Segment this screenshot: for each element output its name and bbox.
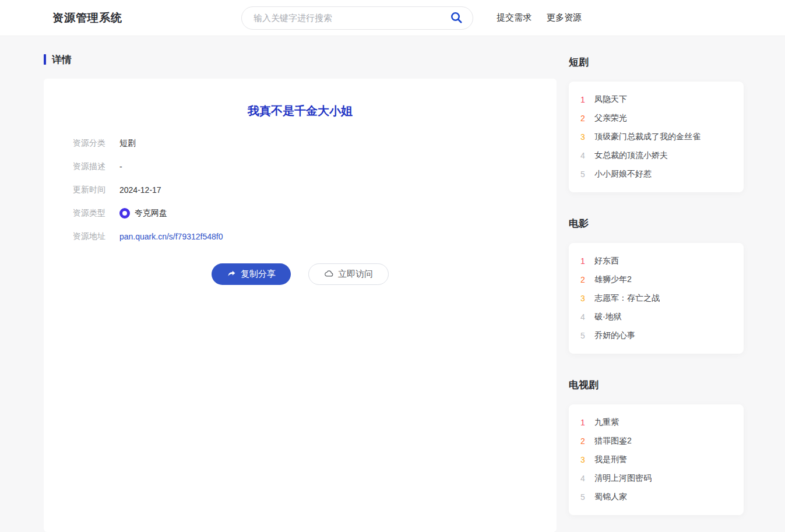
- resource-url-link[interactable]: pan.quark.cn/s/f79312f548f0: [119, 232, 223, 241]
- field-value: 夸克网盘: [119, 208, 167, 219]
- search-bar: [241, 6, 473, 30]
- detail-section-head: 详情: [44, 54, 557, 65]
- rank-list: 1 凤隐天下 2 父亲荣光 3 顶级豪门总裁成了我的金丝雀 4 女总裁的顶流小娇…: [580, 90, 732, 184]
- list-item[interactable]: 3 志愿军：存亡之战: [580, 289, 732, 308]
- copy-share-label: 复制分享: [241, 269, 276, 280]
- detail-field-row: 资源类型 夸克网盘: [73, 202, 527, 225]
- share-arrow-icon: [227, 269, 237, 280]
- top-header: 资源管理系统 提交需求 更多资源: [0, 0, 785, 36]
- rank-number: 1: [580, 418, 590, 427]
- field-label: 资源类型: [73, 208, 119, 219]
- rank-number: 3: [580, 455, 590, 464]
- list-item[interactable]: 4 女总裁的顶流小娇夫: [580, 146, 732, 165]
- field-value: 短剧: [119, 138, 136, 149]
- detail-field-row: 资源描述 -: [73, 155, 527, 178]
- rank-number: 2: [580, 114, 590, 123]
- resource-title: 我真不是千金大小姐: [73, 103, 527, 119]
- list-item[interactable]: 5 小小厨娘不好惹: [580, 165, 732, 184]
- rank-item-title: 父亲荣光: [594, 113, 627, 124]
- main-area: 详情 我真不是千金大小姐 资源分类 短剧 资源描述 - 更新时间 2024-12…: [0, 36, 785, 532]
- rank-number: 4: [580, 151, 590, 160]
- action-buttons: 复制分享 立即访问: [73, 263, 527, 285]
- header-nav: 提交需求 更多资源: [497, 12, 582, 23]
- rank-item-title: 顶级豪门总裁成了我的金丝雀: [594, 132, 700, 142]
- section-accent-bar: [44, 54, 46, 65]
- rank-list: 1 好东西 2 雄狮少年2 3 志愿军：存亡之战 4 破·地狱 5 乔妍的心事: [580, 252, 732, 345]
- list-item[interactable]: 5 蜀锦人家: [580, 488, 732, 506]
- detail-field-row: 更新时间 2024-12-17: [73, 178, 527, 202]
- search-input[interactable]: [254, 13, 446, 23]
- visit-now-label: 立即访问: [338, 269, 373, 280]
- sidebar-section-card: 1 九重紫 2 猎罪图鉴2 3 我是刑警 4 清明上河图密码 5 蜀锦人家: [569, 404, 744, 515]
- field-label: 更新时间: [73, 185, 119, 195]
- sidebar-section-card: 1 凤隐天下 2 父亲荣光 3 顶级豪门总裁成了我的金丝雀 4 女总裁的顶流小娇…: [569, 82, 744, 192]
- search-button[interactable]: [447, 9, 466, 28]
- quark-ring-icon: [119, 208, 130, 219]
- list-item[interactable]: 3 我是刑警: [580, 450, 732, 469]
- detail-card: 我真不是千金大小姐 资源分类 短剧 资源描述 - 更新时间 2024-12-17…: [44, 79, 557, 532]
- sidebar-section-title: 短剧: [569, 55, 744, 69]
- detail-field-row: 资源分类 短剧: [73, 132, 527, 155]
- rank-item-title: 好东西: [594, 256, 619, 266]
- detail-column: 详情 我真不是千金大小姐 资源分类 短剧 资源描述 - 更新时间 2024-12…: [44, 36, 557, 532]
- app-logo: 资源管理系统: [52, 10, 122, 26]
- rank-item-title: 九重紫: [594, 417, 619, 428]
- cloud-icon: [324, 269, 334, 280]
- field-value: 2024-12-17: [119, 185, 161, 195]
- visit-now-button[interactable]: 立即访问: [308, 263, 389, 285]
- rank-list: 1 九重紫 2 猎罪图鉴2 3 我是刑警 4 清明上河图密码 5 蜀锦人家: [580, 413, 732, 506]
- rank-number: 5: [580, 331, 590, 340]
- rank-item-title: 女总裁的顶流小娇夫: [594, 150, 668, 161]
- rank-item-title: 小小厨娘不好惹: [594, 169, 652, 179]
- list-item[interactable]: 2 雄狮少年2: [580, 270, 732, 289]
- copy-share-button[interactable]: 复制分享: [212, 263, 291, 285]
- sidebar-section: 电视剧 1 九重紫 2 猎罪图鉴2 3 我是刑警 4 清明上河图密码 5 蜀锦人…: [569, 378, 744, 515]
- rank-number: 1: [580, 256, 590, 266]
- list-item[interactable]: 1 九重紫: [580, 413, 732, 432]
- rank-number: 5: [580, 170, 590, 179]
- nav-submit-request[interactable]: 提交需求: [497, 12, 531, 23]
- rank-number: 4: [580, 474, 590, 483]
- list-item[interactable]: 2 猎罪图鉴2: [580, 432, 732, 450]
- page: 资源管理系统 提交需求 更多资源 详情: [0, 0, 785, 532]
- list-item[interactable]: 1 好东西: [580, 252, 732, 270]
- rank-number: 4: [580, 312, 590, 322]
- list-item[interactable]: 5 乔妍的心事: [580, 326, 732, 345]
- field-label: 资源描述: [73, 161, 119, 172]
- rank-item-title: 我是刑警: [594, 455, 627, 465]
- rank-number: 5: [580, 492, 590, 502]
- page-title: 详情: [52, 53, 72, 66]
- sidebar-section-card: 1 好东西 2 雄狮少年2 3 志愿军：存亡之战 4 破·地狱 5 乔妍的心事: [569, 243, 744, 354]
- rank-item-title: 蜀锦人家: [594, 492, 627, 502]
- detail-fields: 资源分类 短剧 资源描述 - 更新时间 2024-12-17 资源类型 夸克网盘…: [73, 132, 527, 248]
- rank-item-title: 清明上河图密码: [594, 473, 652, 484]
- field-label: 资源地址: [73, 231, 119, 242]
- rank-item-title: 凤隐天下: [594, 94, 627, 105]
- list-item[interactable]: 4 破·地狱: [580, 308, 732, 326]
- list-item[interactable]: 4 清明上河图密码: [580, 469, 732, 488]
- search-icon: [449, 10, 463, 26]
- rank-item-title: 破·地狱: [594, 312, 622, 322]
- rank-item-title: 志愿军：存亡之战: [594, 293, 660, 304]
- field-value: -: [119, 162, 122, 171]
- list-item[interactable]: 1 凤隐天下: [580, 90, 732, 109]
- rank-item-title: 雄狮少年2: [594, 274, 632, 285]
- list-item[interactable]: 3 顶级豪门总裁成了我的金丝雀: [580, 128, 732, 146]
- sidebar-section: 电影 1 好东西 2 雄狮少年2 3 志愿军：存亡之战 4 破·地狱 5 乔妍的…: [569, 217, 744, 354]
- field-label: 资源分类: [73, 138, 119, 149]
- sidebar-section-title: 电视剧: [569, 378, 744, 392]
- rank-item-title: 乔妍的心事: [594, 330, 635, 341]
- rank-number: 3: [580, 294, 590, 303]
- sidebar-section: 短剧 1 凤隐天下 2 父亲荣光 3 顶级豪门总裁成了我的金丝雀 4 女总裁的顶…: [569, 55, 744, 192]
- rank-item-title: 猎罪图鉴2: [594, 436, 632, 446]
- rank-number: 3: [580, 132, 590, 142]
- rank-number: 1: [580, 95, 590, 104]
- rank-number: 2: [580, 436, 590, 446]
- rank-number: 2: [580, 275, 590, 284]
- detail-field-row: 资源地址 pan.quark.cn/s/f79312f548f0: [73, 225, 527, 248]
- rank-sidebar: 短剧 1 凤隐天下 2 父亲荣光 3 顶级豪门总裁成了我的金丝雀 4 女总裁的顶…: [569, 36, 744, 532]
- nav-more-resources[interactable]: 更多资源: [547, 12, 582, 23]
- sidebar-section-title: 电影: [569, 217, 744, 230]
- list-item[interactable]: 2 父亲荣光: [580, 109, 732, 128]
